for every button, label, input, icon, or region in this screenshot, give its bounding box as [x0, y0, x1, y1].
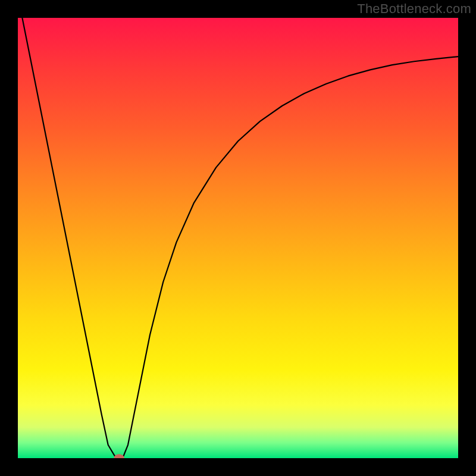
watermark-text: TheBottleneck.com — [357, 1, 471, 17]
chart-container: TheBottleneck.com — [0, 0, 476, 476]
plot-svg — [18, 18, 458, 458]
gradient-background — [18, 18, 458, 458]
plot-area — [18, 18, 458, 458]
